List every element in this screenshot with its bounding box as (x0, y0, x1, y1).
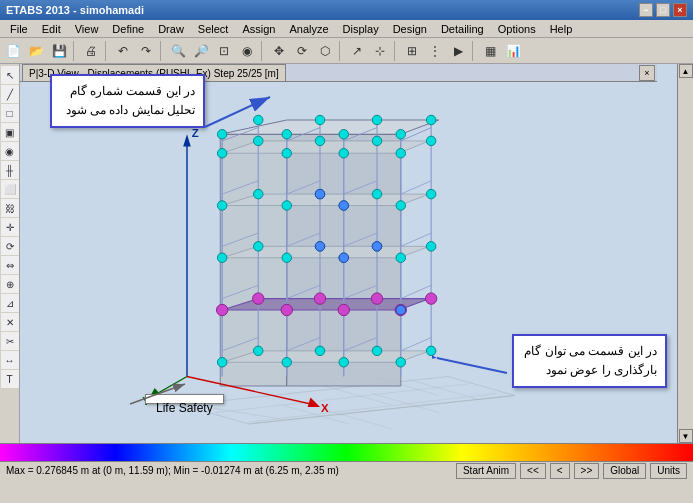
left-divide[interactable]: ⊿ (1, 294, 19, 312)
left-toolbar: ↖ ╱ □ ▣ ◉ ╫ ⬜ ⛓ ✛ ⟳ ⇔ ⊕ ⊿ ✕ ✂ ↔ T (0, 64, 20, 443)
scroll-down-button[interactable]: ▼ (679, 429, 693, 443)
minimize-button[interactable]: − (639, 3, 653, 17)
left-rect[interactable]: □ (1, 104, 19, 122)
left-mirror[interactable]: ⇔ (1, 256, 19, 274)
toolbar-undo[interactable]: ↶ (112, 40, 134, 62)
svg-point-66 (253, 293, 264, 304)
toolbar-select[interactable]: ↗ (346, 40, 368, 62)
left-trim[interactable]: ✂ (1, 332, 19, 350)
svg-point-60 (372, 346, 382, 356)
menu-file[interactable]: File (4, 20, 34, 38)
viewport-close-button[interactable]: × (639, 65, 655, 81)
toolbar-zoom-prev[interactable]: ◉ (236, 40, 258, 62)
svg-marker-89 (308, 397, 320, 407)
svg-point-81 (372, 242, 382, 252)
menu-select[interactable]: Select (192, 20, 235, 38)
svg-point-69 (425, 293, 436, 304)
svg-point-79 (315, 189, 325, 199)
annotation-top-line2: تحلیل نمایش داده می شود (66, 103, 195, 117)
menu-analyze[interactable]: Analyze (283, 20, 334, 38)
svg-point-42 (254, 189, 264, 199)
toolbar-redo[interactable]: ↷ (135, 40, 157, 62)
svg-point-67 (314, 293, 325, 304)
toolbar: 📄 📂 💾 🖨 ↶ ↷ 🔍 🔎 ⊡ ◉ ✥ ⟳ ⬡ ↗ ⊹ ⊞ ⋮ ▶ ▦ 📊 (0, 38, 693, 64)
svg-point-57 (396, 358, 406, 368)
left-copy[interactable]: ⊕ (1, 275, 19, 293)
left-area[interactable]: ▣ (1, 123, 19, 141)
toolbar-pan[interactable]: ✥ (268, 40, 290, 62)
annotation-top-line1: در این قسمت شماره گام (70, 84, 195, 98)
menu-help[interactable]: Help (544, 20, 579, 38)
x-axis-label: X (321, 402, 329, 414)
svg-point-39 (282, 201, 292, 211)
menu-detailing[interactable]: Detailing (435, 20, 490, 38)
nav-prev-prev-button[interactable]: << (520, 463, 546, 479)
maximize-button[interactable]: □ (656, 3, 670, 17)
svg-point-44 (372, 189, 382, 199)
toolbar-rotate[interactable]: ⟳ (291, 40, 313, 62)
scroll-up-button[interactable]: ▲ (679, 64, 693, 78)
viewport: P|3-D View - Displacements (PUSHL-Ex) St… (20, 64, 677, 443)
annotation-bottom-line2: بارگذاری را عوض نمود (546, 363, 657, 377)
left-intersect[interactable]: ✕ (1, 313, 19, 331)
z-axis-label: Z (192, 127, 199, 139)
left-shell[interactable]: ⬜ (1, 180, 19, 198)
toolbar-snap[interactable]: ⋮ (424, 40, 446, 62)
toolbar-zoom-in[interactable]: 🔍 (167, 40, 189, 62)
menu-assign[interactable]: Assign (236, 20, 281, 38)
left-line[interactable]: ╱ (1, 85, 19, 103)
svg-point-78 (339, 201, 349, 211)
left-rotate[interactable]: ⟳ (1, 237, 19, 255)
left-select[interactable]: ↖ (1, 66, 19, 84)
annotation-bottom-line1: در این قسمت می توان گام (524, 344, 657, 358)
toolbar-run[interactable]: ▶ (447, 40, 469, 62)
svg-point-53 (426, 242, 436, 252)
start-animation-button[interactable]: Start Anim (456, 463, 516, 479)
annotation-bottom: در این قسمت می توان گام بارگذاری را عوض … (512, 334, 667, 388)
units-button[interactable]: Units (650, 463, 687, 479)
toolbar-grid[interactable]: ⊞ (401, 40, 423, 62)
toolbar-zoom-out[interactable]: 🔎 (190, 40, 212, 62)
toolbar-open[interactable]: 📂 (25, 40, 47, 62)
menu-define[interactable]: Define (106, 20, 150, 38)
toolbar-print[interactable]: 🖨 (80, 40, 102, 62)
menu-design[interactable]: Design (387, 20, 433, 38)
svg-line-6 (206, 407, 282, 419)
toolbar-save[interactable]: 💾 (48, 40, 70, 62)
svg-point-68 (371, 293, 382, 304)
building-top-face (220, 120, 439, 134)
right-scrollbar[interactable]: ▲ ▼ (677, 64, 693, 443)
svg-point-63 (281, 304, 292, 315)
left-node[interactable]: ◉ (1, 142, 19, 160)
left-text[interactable]: T (1, 370, 19, 388)
life-safety-label: Life Safety (145, 394, 224, 404)
svg-point-75 (315, 115, 325, 125)
menu-edit[interactable]: Edit (36, 20, 67, 38)
toolbar-new[interactable]: 📄 (2, 40, 24, 62)
menu-draw[interactable]: Draw (152, 20, 190, 38)
toolbar-separator-7 (472, 41, 476, 61)
toolbar-separator-4 (261, 41, 265, 61)
toolbar-table[interactable]: ▦ (479, 40, 501, 62)
titlebar-title: ETABS 2013 - simohamadi (6, 4, 144, 16)
svg-point-49 (396, 253, 406, 263)
menu-view[interactable]: View (69, 20, 105, 38)
menu-display[interactable]: Display (337, 20, 385, 38)
nav-next-button[interactable]: >> (574, 463, 600, 479)
toolbar-3d[interactable]: ⬡ (314, 40, 336, 62)
global-button[interactable]: Global (603, 463, 646, 479)
life-safety-text: Life Safety (156, 401, 213, 415)
toolbar-report[interactable]: 📊 (502, 40, 524, 62)
left-move[interactable]: ✛ (1, 218, 19, 236)
menu-options[interactable]: Options (492, 20, 542, 38)
left-link[interactable]: ⛓ (1, 199, 19, 217)
toolbar-pointer[interactable]: ⊹ (369, 40, 391, 62)
left-dimension[interactable]: ↔ (1, 351, 19, 369)
nav-prev-button[interactable]: < (550, 463, 570, 479)
svg-line-7 (325, 410, 392, 429)
svg-point-54 (217, 358, 227, 368)
close-button[interactable]: × (673, 3, 687, 17)
svg-point-83 (315, 242, 325, 252)
toolbar-zoom-fit[interactable]: ⊡ (213, 40, 235, 62)
left-frame[interactable]: ╫ (1, 161, 19, 179)
